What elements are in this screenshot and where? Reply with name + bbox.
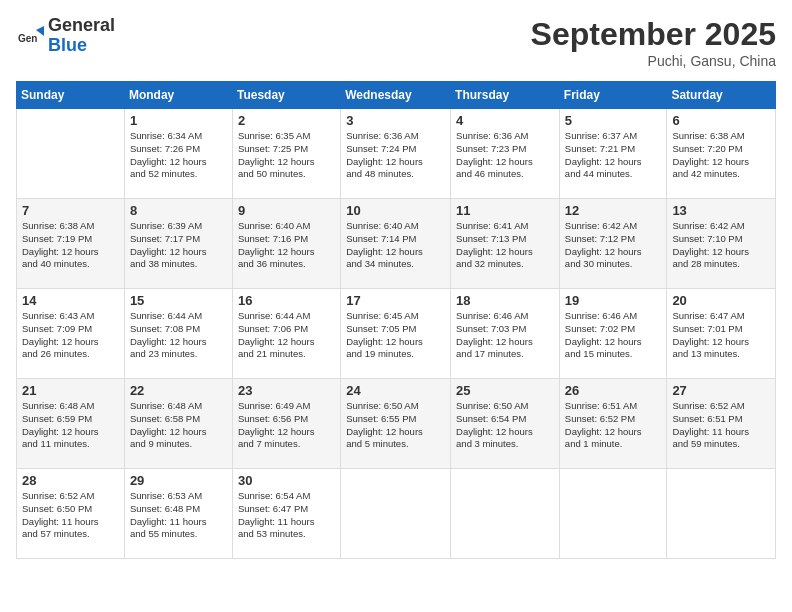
page-header: Gen General Blue September 2025 Puchi, G… — [16, 16, 776, 69]
weekday-header-saturday: Saturday — [667, 82, 776, 109]
calendar-cell: 7Sunrise: 6:38 AM Sunset: 7:19 PM Daylig… — [17, 199, 125, 289]
day-info: Sunrise: 6:43 AM Sunset: 7:09 PM Dayligh… — [22, 310, 119, 361]
day-number: 23 — [238, 383, 335, 398]
day-number: 14 — [22, 293, 119, 308]
day-info: Sunrise: 6:47 AM Sunset: 7:01 PM Dayligh… — [672, 310, 770, 361]
weekday-header-monday: Monday — [124, 82, 232, 109]
weekday-header-friday: Friday — [559, 82, 667, 109]
day-info: Sunrise: 6:49 AM Sunset: 6:56 PM Dayligh… — [238, 400, 335, 451]
calendar-cell: 17Sunrise: 6:45 AM Sunset: 7:05 PM Dayli… — [341, 289, 451, 379]
weekday-header-thursday: Thursday — [451, 82, 560, 109]
day-info: Sunrise: 6:44 AM Sunset: 7:08 PM Dayligh… — [130, 310, 227, 361]
day-number: 20 — [672, 293, 770, 308]
calendar-cell: 13Sunrise: 6:42 AM Sunset: 7:10 PM Dayli… — [667, 199, 776, 289]
day-info: Sunrise: 6:39 AM Sunset: 7:17 PM Dayligh… — [130, 220, 227, 271]
day-number: 5 — [565, 113, 662, 128]
calendar-cell: 19Sunrise: 6:46 AM Sunset: 7:02 PM Dayli… — [559, 289, 667, 379]
day-info: Sunrise: 6:48 AM Sunset: 6:59 PM Dayligh… — [22, 400, 119, 451]
calendar-cell: 5Sunrise: 6:37 AM Sunset: 7:21 PM Daylig… — [559, 109, 667, 199]
calendar-cell — [559, 469, 667, 559]
calendar-cell: 2Sunrise: 6:35 AM Sunset: 7:25 PM Daylig… — [232, 109, 340, 199]
day-info: Sunrise: 6:45 AM Sunset: 7:05 PM Dayligh… — [346, 310, 445, 361]
weekday-header-wednesday: Wednesday — [341, 82, 451, 109]
logo-icon: Gen — [16, 22, 44, 50]
day-number: 25 — [456, 383, 554, 398]
day-info: Sunrise: 6:51 AM Sunset: 6:52 PM Dayligh… — [565, 400, 662, 451]
day-number: 7 — [22, 203, 119, 218]
day-info: Sunrise: 6:34 AM Sunset: 7:26 PM Dayligh… — [130, 130, 227, 181]
day-info: Sunrise: 6:36 AM Sunset: 7:24 PM Dayligh… — [346, 130, 445, 181]
day-number: 8 — [130, 203, 227, 218]
calendar-cell: 14Sunrise: 6:43 AM Sunset: 7:09 PM Dayli… — [17, 289, 125, 379]
calendar-cell — [341, 469, 451, 559]
day-info: Sunrise: 6:50 AM Sunset: 6:54 PM Dayligh… — [456, 400, 554, 451]
calendar-cell: 21Sunrise: 6:48 AM Sunset: 6:59 PM Dayli… — [17, 379, 125, 469]
day-info: Sunrise: 6:50 AM Sunset: 6:55 PM Dayligh… — [346, 400, 445, 451]
calendar-cell: 6Sunrise: 6:38 AM Sunset: 7:20 PM Daylig… — [667, 109, 776, 199]
day-info: Sunrise: 6:40 AM Sunset: 7:14 PM Dayligh… — [346, 220, 445, 271]
logo-line1: General — [48, 16, 115, 36]
calendar-cell: 30Sunrise: 6:54 AM Sunset: 6:47 PM Dayli… — [232, 469, 340, 559]
day-number: 21 — [22, 383, 119, 398]
day-info: Sunrise: 6:52 AM Sunset: 6:50 PM Dayligh… — [22, 490, 119, 541]
calendar-cell: 15Sunrise: 6:44 AM Sunset: 7:08 PM Dayli… — [124, 289, 232, 379]
calendar-cell: 27Sunrise: 6:52 AM Sunset: 6:51 PM Dayli… — [667, 379, 776, 469]
logo-line2: Blue — [48, 36, 115, 56]
day-info: Sunrise: 6:48 AM Sunset: 6:58 PM Dayligh… — [130, 400, 227, 451]
month-title: September 2025 — [531, 16, 776, 53]
calendar-cell: 24Sunrise: 6:50 AM Sunset: 6:55 PM Dayli… — [341, 379, 451, 469]
calendar-cell: 23Sunrise: 6:49 AM Sunset: 6:56 PM Dayli… — [232, 379, 340, 469]
day-number: 12 — [565, 203, 662, 218]
day-number: 28 — [22, 473, 119, 488]
day-number: 9 — [238, 203, 335, 218]
day-info: Sunrise: 6:38 AM Sunset: 7:19 PM Dayligh… — [22, 220, 119, 271]
calendar-cell: 16Sunrise: 6:44 AM Sunset: 7:06 PM Dayli… — [232, 289, 340, 379]
day-info: Sunrise: 6:38 AM Sunset: 7:20 PM Dayligh… — [672, 130, 770, 181]
day-number: 24 — [346, 383, 445, 398]
day-number: 18 — [456, 293, 554, 308]
day-number: 29 — [130, 473, 227, 488]
day-info: Sunrise: 6:40 AM Sunset: 7:16 PM Dayligh… — [238, 220, 335, 271]
calendar-cell: 18Sunrise: 6:46 AM Sunset: 7:03 PM Dayli… — [451, 289, 560, 379]
calendar-cell: 25Sunrise: 6:50 AM Sunset: 6:54 PM Dayli… — [451, 379, 560, 469]
day-info: Sunrise: 6:54 AM Sunset: 6:47 PM Dayligh… — [238, 490, 335, 541]
calendar-cell: 8Sunrise: 6:39 AM Sunset: 7:17 PM Daylig… — [124, 199, 232, 289]
day-number: 15 — [130, 293, 227, 308]
day-number: 1 — [130, 113, 227, 128]
day-number: 27 — [672, 383, 770, 398]
calendar-table: SundayMondayTuesdayWednesdayThursdayFrid… — [16, 81, 776, 559]
location-subtitle: Puchi, Gansu, China — [531, 53, 776, 69]
svg-text:Gen: Gen — [18, 33, 37, 44]
day-number: 22 — [130, 383, 227, 398]
day-number: 26 — [565, 383, 662, 398]
calendar-cell: 22Sunrise: 6:48 AM Sunset: 6:58 PM Dayli… — [124, 379, 232, 469]
weekday-header-tuesday: Tuesday — [232, 82, 340, 109]
calendar-cell: 1Sunrise: 6:34 AM Sunset: 7:26 PM Daylig… — [124, 109, 232, 199]
day-number: 6 — [672, 113, 770, 128]
calendar-cell: 20Sunrise: 6:47 AM Sunset: 7:01 PM Dayli… — [667, 289, 776, 379]
day-info: Sunrise: 6:36 AM Sunset: 7:23 PM Dayligh… — [456, 130, 554, 181]
calendar-cell: 26Sunrise: 6:51 AM Sunset: 6:52 PM Dayli… — [559, 379, 667, 469]
day-number: 17 — [346, 293, 445, 308]
calendar-cell: 29Sunrise: 6:53 AM Sunset: 6:48 PM Dayli… — [124, 469, 232, 559]
day-info: Sunrise: 6:53 AM Sunset: 6:48 PM Dayligh… — [130, 490, 227, 541]
logo: Gen General Blue — [16, 16, 115, 56]
calendar-cell: 12Sunrise: 6:42 AM Sunset: 7:12 PM Dayli… — [559, 199, 667, 289]
day-info: Sunrise: 6:46 AM Sunset: 7:03 PM Dayligh… — [456, 310, 554, 361]
day-number: 3 — [346, 113, 445, 128]
calendar-cell — [451, 469, 560, 559]
calendar-cell: 9Sunrise: 6:40 AM Sunset: 7:16 PM Daylig… — [232, 199, 340, 289]
day-info: Sunrise: 6:44 AM Sunset: 7:06 PM Dayligh… — [238, 310, 335, 361]
calendar-cell: 3Sunrise: 6:36 AM Sunset: 7:24 PM Daylig… — [341, 109, 451, 199]
day-number: 30 — [238, 473, 335, 488]
day-number: 13 — [672, 203, 770, 218]
weekday-header-sunday: Sunday — [17, 82, 125, 109]
calendar-cell: 11Sunrise: 6:41 AM Sunset: 7:13 PM Dayli… — [451, 199, 560, 289]
day-info: Sunrise: 6:37 AM Sunset: 7:21 PM Dayligh… — [565, 130, 662, 181]
day-number: 2 — [238, 113, 335, 128]
title-block: September 2025 Puchi, Gansu, China — [531, 16, 776, 69]
day-number: 19 — [565, 293, 662, 308]
day-info: Sunrise: 6:35 AM Sunset: 7:25 PM Dayligh… — [238, 130, 335, 181]
day-number: 10 — [346, 203, 445, 218]
calendar-cell: 4Sunrise: 6:36 AM Sunset: 7:23 PM Daylig… — [451, 109, 560, 199]
